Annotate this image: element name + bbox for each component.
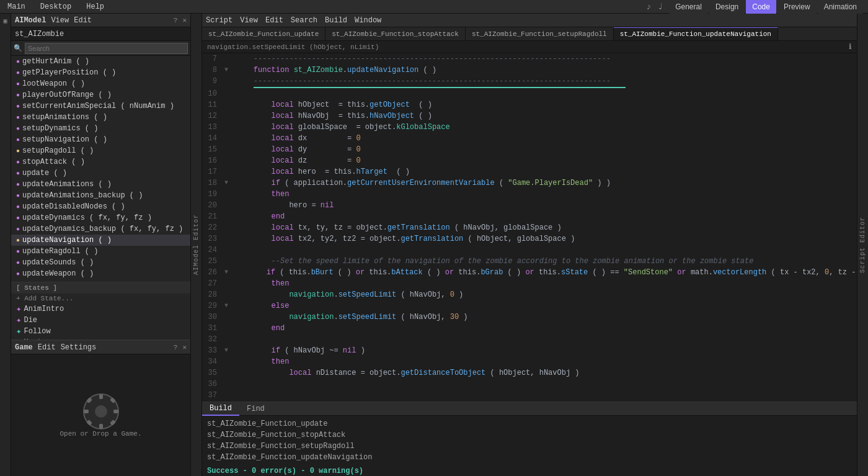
file-tab-1[interactable]: st_AIZombie_Function_stopAttack [326, 27, 466, 41]
func-playerOutOfRange[interactable]: ● playerOutOfRange ( ) [11, 89, 190, 101]
code-line-14: 14 local dx = 0 [202, 133, 857, 144]
func-icon-14: ● [16, 215, 20, 222]
state-add[interactable]: + Add State... [11, 294, 190, 303]
bottom-panel: Build Find st_AIZombie_Function_update s… [202, 402, 857, 476]
success-line: Success - 0 error(s) - 0 warning(s) [207, 465, 852, 476]
func-updateWeapon[interactable]: ● updateWeapon ( ) [11, 268, 190, 279]
code-line-11: 11 local hObject = this.getObject ( ) [202, 99, 857, 110]
func-updateDynamics-backup[interactable]: ● updateDynamics_backup ( fx, fy, fz ) [11, 223, 190, 235]
menu-main[interactable]: Main [5, 1, 28, 12]
main-editor-area: Script View Edit Search Build Window st_… [202, 14, 857, 476]
code-line-12: 12 local hNavObj = this.hNavObject ( ) [202, 110, 857, 122]
script-search-menu[interactable]: Search [291, 16, 317, 25]
tab-find[interactable]: Find [239, 402, 272, 416]
script-menu[interactable]: Script [206, 16, 232, 25]
code-line-28: 28 navigation.setSpeedLimit ( hNavObj, 0… [202, 289, 857, 300]
script-edit-menu[interactable]: Edit [265, 16, 283, 25]
build-line-0: st_AIZombie_Function_update [207, 418, 852, 429]
build-line-1: st_AIZombie_Function_stopAttack [207, 429, 852, 441]
code-line-23: 23 local tx2, ty2, tz2 = object.getTrans… [202, 233, 857, 245]
ai-model-subtitle-bar: st_AIZombie [11, 27, 190, 41]
func-setupNavigation[interactable]: ● setupNavigation ( ) [11, 134, 190, 145]
code-line-8: 8 ▼ function st_AIZombie.updateNavigatio… [202, 65, 857, 76]
code-line-37: 37 [202, 390, 857, 401]
func-icon-16: ● [16, 237, 20, 244]
func-updateRagdoll[interactable]: ● updateRagdoll ( ) [11, 246, 190, 257]
file-tab-3[interactable]: st_AIZombie_Function_updateNavigation [614, 27, 778, 41]
state-animintro[interactable]: ✦ AnimIntro [11, 303, 190, 315]
func-icon-9: ● [16, 159, 20, 166]
code-line-34: 34 then [202, 356, 857, 367]
game-drop-text: Open or Drop a Game. [60, 430, 141, 438]
ai-model-edit-menu[interactable]: Edit [74, 16, 92, 25]
tab-animation[interactable]: Animation [818, 0, 863, 14]
script-window-menu[interactable]: Window [355, 16, 381, 25]
tab-design[interactable]: Design [709, 0, 745, 14]
game-editor-title: Game [15, 343, 33, 352]
ai-model-editor-label-strip: AIModel Editor [191, 14, 202, 476]
file-tab-2[interactable]: st_AIZombie_Function_setupRagdoll [466, 27, 614, 41]
game-edit-menu[interactable]: Edit [38, 343, 56, 352]
search-icon: 🔍 [14, 44, 22, 52]
svg-rect-5 [113, 410, 118, 413]
help-icon[interactable]: ? [174, 17, 178, 24]
func-icon-6: ● [16, 125, 20, 132]
code-editor[interactable]: 7 --------------------------------------… [202, 53, 857, 402]
close-icon[interactable]: ✕ [182, 16, 187, 24]
func-icon-11: ● [16, 181, 20, 188]
script-view-menu[interactable]: View [240, 16, 258, 25]
code-line-13: 13 local globalSpace = object.kGlobalSpa… [202, 122, 857, 133]
ai-model-view-menu[interactable]: View [51, 16, 69, 25]
file-tab-0[interactable]: st_AIZombie_Function_update [202, 27, 326, 41]
func-icon-8: ● [16, 148, 20, 155]
func-updateDynamics[interactable]: ● updateDynamics ( fx, fy, fz ) [11, 212, 190, 223]
info-icon[interactable]: ℹ [849, 42, 852, 52]
game-close-icon[interactable]: ✕ [182, 343, 187, 351]
tab-preview[interactable]: Preview [777, 0, 817, 14]
states-header: [ States ] [11, 282, 190, 294]
func-setCurrentAnimSpecial[interactable]: ● setCurrentAnimSpecial ( nNumAnim ) [11, 101, 190, 112]
func-updateNavigation[interactable]: ● updateNavigation ( ) [11, 235, 190, 246]
func-icon-2: ● [16, 81, 20, 88]
code-line-17: 17 local hero = this.hTarget ( ) [202, 166, 857, 177]
state-follow[interactable]: ✦ Follow [11, 326, 190, 337]
function-list: ● getHurtAnim ( ) ● getPlayerPosition ( … [11, 56, 190, 339]
code-line-10: 10 [202, 88, 857, 99]
func-updateSounds[interactable]: ● updateSounds ( ) [11, 257, 190, 268]
script-header: Script View Edit Search Build Window [202, 14, 857, 27]
menu-desktop[interactable]: Desktop [38, 1, 74, 12]
func-updateAnimations[interactable]: ● updateAnimations ( ) [11, 179, 190, 190]
menu-help[interactable]: Help [84, 1, 107, 12]
code-line-25: 25 --Set the speed limite of the navigat… [202, 256, 857, 267]
func-setupAnimations[interactable]: ● setupAnimations ( ) [11, 112, 190, 123]
func-icon-4: ● [16, 103, 20, 110]
func-getHurtAnim[interactable]: ● getHurtAnim ( ) [11, 56, 190, 67]
bottom-content: st_AIZombie_Function_update st_AIZombie_… [202, 416, 857, 476]
code-line-24: 24 [202, 245, 857, 256]
state-die[interactable]: ✦ Die [11, 315, 190, 326]
func-icon-18: ● [16, 259, 20, 266]
func-lootWeapon[interactable]: ● lootWeapon ( ) [11, 78, 190, 89]
game-help-icon[interactable]: ? [174, 344, 178, 351]
func-stopAttack[interactable]: ● stopAttack ( ) [11, 156, 190, 168]
search-input[interactable] [25, 43, 188, 54]
func-updateAnimations-backup[interactable]: ● updateAnimations_backup ( ) [11, 190, 190, 201]
script-editor-label-strip: Script Editor [857, 14, 868, 476]
tab-code[interactable]: Code [746, 0, 776, 14]
tab-general[interactable]: General [669, 0, 708, 14]
svg-rect-4 [84, 410, 89, 413]
game-settings-menu[interactable]: Settings [61, 343, 97, 352]
func-updateDisabledNodes[interactable]: ● updateDisabledNodes ( ) [11, 201, 190, 212]
code-line-7: 7 --------------------------------------… [202, 53, 857, 65]
music-icon: ♪ [646, 2, 651, 12]
func-setupRagdoll[interactable]: ● setupRagdoll ( ) [11, 145, 190, 156]
code-line-15: 15 local dy = 0 [202, 144, 857, 155]
func-setupDynamics[interactable]: ● setupDynamics ( ) [11, 123, 190, 134]
script-build-menu[interactable]: Build [325, 16, 347, 25]
left-icon-strip: ▣ [0, 14, 11, 476]
func-icon-7: ● [16, 137, 20, 143]
panel-toggle-icon[interactable]: ▣ [1, 16, 11, 26]
func-getPlayerPosition[interactable]: ● getPlayerPosition ( ) [11, 67, 190, 78]
func-update[interactable]: ● update ( ) [11, 168, 190, 179]
tab-build[interactable]: Build [202, 402, 239, 416]
